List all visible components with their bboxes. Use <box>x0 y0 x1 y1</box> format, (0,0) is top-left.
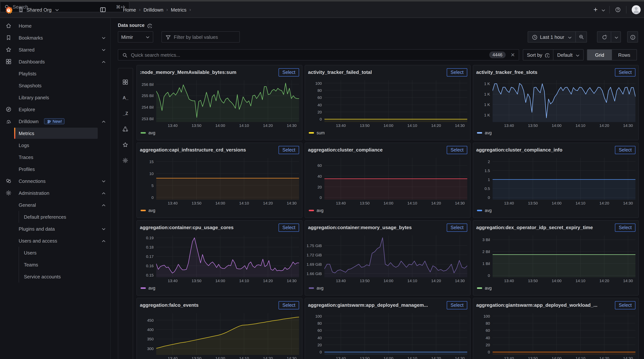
star-icon[interactable] <box>122 141 129 148</box>
zoom-out-button[interactable] <box>576 31 587 43</box>
legend-label: sum <box>316 131 324 135</box>
legend-swatch <box>140 210 146 211</box>
sidebar-item-label: Administration <box>19 190 50 196</box>
breadcrumb-link[interactable]: Drilldown <box>144 7 163 13</box>
gear-icon[interactable] <box>122 157 129 164</box>
sidebar-item-label: Users and access <box>19 238 57 243</box>
new-badge: New! <box>44 118 64 124</box>
org-picker[interactable]: Shared Org <box>18 2 59 18</box>
x-axis-labels: 13:4013:5014:0014:1014:2014:30 <box>156 277 299 283</box>
grafana-logo[interactable] <box>4 2 12 18</box>
metric-cards-grid: :node_memory_MemAvailable_bytes:sumSelec… <box>136 65 639 359</box>
x-axis-labels: 13:4013:5014:0014:1014:2014:30 <box>492 277 636 283</box>
sidebar-item-logs[interactable]: Logs <box>0 139 110 151</box>
cluster-icon[interactable] <box>122 126 129 133</box>
apps-icon[interactable] <box>122 79 129 86</box>
result-count-badge: 4446 <box>489 52 506 58</box>
breadcrumb-link[interactable]: Home <box>123 7 136 13</box>
sidebar-item-label: Connections <box>19 178 46 184</box>
suffix-filter-button[interactable]: _Z <box>122 110 129 117</box>
sidebar-item-service-accounts[interactable]: Service accounts <box>0 270 110 282</box>
time-range-value: Last 1 hour <box>540 34 564 40</box>
legend: avg <box>477 286 636 290</box>
refresh-interval-chevron-down-icon[interactable] <box>611 31 621 43</box>
sidebar-item-traces[interactable]: Traces <box>0 151 110 163</box>
apps-icon <box>5 58 12 65</box>
legend-label: avg <box>485 208 492 213</box>
quick-search-input[interactable]: Quick search metrics... 4446 ✕ <box>118 49 519 61</box>
sidebar-item-snapshots[interactable]: Snapshots <box>0 80 110 91</box>
datasource-select[interactable]: Mimir <box>118 31 153 43</box>
y-axis-labels: 256 Bil255 Bil254 Bil253 Bil <box>140 80 156 122</box>
sidebar-item-playlists[interactable]: Playlists <box>0 68 110 80</box>
sidebar-item-starred[interactable]: Starred <box>0 44 110 56</box>
view-rows-button[interactable]: Rows <box>612 50 636 60</box>
select-button[interactable]: Select <box>279 224 299 232</box>
sidebar-item-label: Profiles <box>19 166 35 172</box>
y-axis-labels: 1 K1 K1 K1 K <box>476 80 492 122</box>
select-button[interactable]: Select <box>615 301 636 309</box>
breadcrumb-link[interactable]: Metrics <box>171 7 186 13</box>
sidebar-item-library-panels[interactable]: Library panels <box>0 91 110 103</box>
metric-card: aggregation:cluster_complianceSelect6040… <box>305 143 470 218</box>
help-icon[interactable] <box>613 2 623 18</box>
user-avatar[interactable] <box>632 5 641 14</box>
metric-title: aggregation:container:memory_usage_bytes <box>308 224 415 230</box>
sidebar-collapse-button[interactable] <box>100 2 106 18</box>
sidebar-item-dashboards[interactable]: Dashboards <box>0 56 110 68</box>
sidebar-item-label: Teams <box>24 262 38 267</box>
select-button[interactable]: Select <box>447 301 468 309</box>
sidebar-item-plugins-and-data[interactable]: Plugins and data <box>0 223 110 235</box>
chevron-up-icon <box>101 119 106 124</box>
select-button[interactable]: Select <box>615 68 636 77</box>
label-filter-input[interactable]: Filter by label values <box>162 31 240 43</box>
prefix-filter-button[interactable]: A_ <box>122 94 129 101</box>
rocket-icon <box>46 119 51 124</box>
sidebar-item-label: Explore <box>19 107 35 112</box>
sidebar-item-home[interactable]: Home <box>0 20 110 32</box>
sidebar-item-drilldown[interactable]: DrilldownNew! <box>0 115 110 127</box>
sidebar-item-profiles[interactable]: Profiles <box>0 163 110 175</box>
sidebar-item-label: Default preferences <box>24 214 66 220</box>
view-grid-button[interactable]: Grid <box>587 50 612 60</box>
sidebar-item-explore[interactable]: Explore <box>0 103 110 115</box>
sidebar-item-metrics[interactable]: Metrics <box>0 127 110 139</box>
view-mode-toggle: Grid Rows <box>587 49 637 61</box>
legend-swatch <box>140 287 146 289</box>
sidebar-item-connections[interactable]: Connections <box>0 175 110 187</box>
select-button[interactable]: Select <box>279 301 299 309</box>
select-button[interactable]: Select <box>447 68 468 77</box>
sidebar-item-label: Logs <box>19 142 29 148</box>
select-button[interactable]: Select <box>279 68 299 77</box>
y-axis-labels: 3 Bil2 Bil1 Bil0 <box>476 235 492 277</box>
select-button[interactable]: Select <box>279 146 299 154</box>
select-button[interactable]: Select <box>615 224 636 232</box>
legend-label: avg <box>485 286 492 290</box>
info-circle-icon[interactable] <box>147 23 152 28</box>
info-circle-icon[interactable] <box>544 53 549 57</box>
sidebar-item-users[interactable]: Users <box>0 247 110 259</box>
metric-title: aggregation:giantswarm:app_deployed_work… <box>476 301 600 308</box>
sidebar-item-teams[interactable]: Teams <box>0 259 110 270</box>
sidebar-item-bookmarks[interactable]: Bookmarks <box>0 32 110 44</box>
add-menu-chevron-down-icon[interactable] <box>599 2 606 18</box>
datasource-value: Mimir <box>121 34 133 40</box>
info-button[interactable] <box>627 31 638 43</box>
select-button[interactable]: Select <box>615 146 636 154</box>
sidebar-item-general[interactable]: General <box>0 199 110 211</box>
x-axis-labels: 13:4013:5014:0014:1014:2014:30 <box>156 200 299 206</box>
refresh-button[interactable] <box>597 31 611 43</box>
y-axis-labels: 21.510.50 <box>476 158 492 200</box>
clear-search-icon[interactable]: ✕ <box>511 52 515 58</box>
sort-value-select[interactable]: Default <box>553 50 583 60</box>
search-icon <box>122 52 128 58</box>
chevron-down-icon <box>101 47 106 52</box>
select-button[interactable]: Select <box>447 146 468 154</box>
time-range-picker[interactable]: Last 1 hour <box>528 31 576 43</box>
x-axis-labels: 13:4013:5014:0014:1014:2014:30 <box>324 277 467 283</box>
add-button[interactable]: + <box>592 2 600 18</box>
sidebar-item-administration[interactable]: Administration <box>0 187 110 199</box>
sidebar-item-default-preferences[interactable]: Default preferences <box>0 211 110 223</box>
sidebar-item-users-and-access[interactable]: Users and access <box>0 235 110 247</box>
select-button[interactable]: Select <box>447 224 468 232</box>
